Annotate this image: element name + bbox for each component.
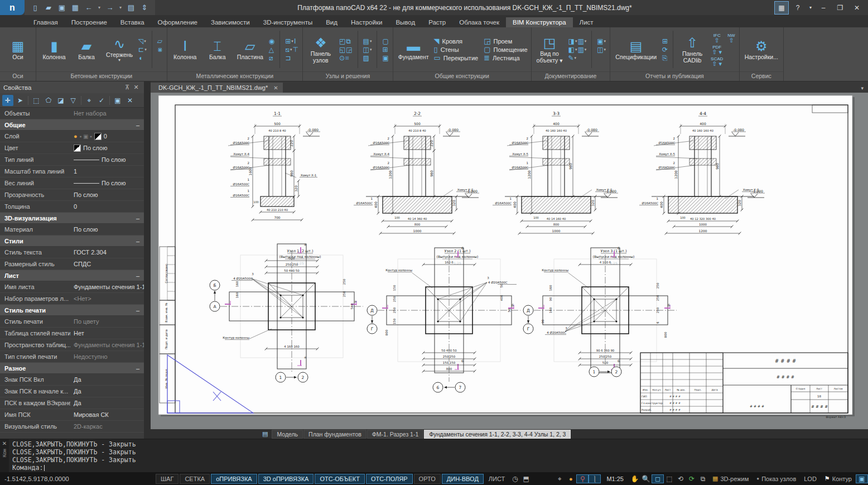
ribbon-list-item-Помещение[interactable]: ▢Помещение: [484, 45, 527, 54]
export-chip-NW[interactable]: NW⇧: [727, 32, 735, 44]
property-value[interactable]: СПДС: [70, 261, 144, 267]
export-chip-PDF[interactable]: PDF⇧ ▾: [710, 44, 724, 55]
help-menu-icon[interactable]: ▾: [807, 2, 814, 14]
status-toggle-СЕТКА[interactable]: СЕТКА: [180, 474, 210, 484]
drawing-svg[interactable]: СогласованоВзам. инв. №Подп. и датаИнв. …: [151, 93, 868, 420]
menu-tab-Облака точек[interactable]: Облака точек: [452, 17, 506, 27]
ribbon-small-button[interactable]: ▨: [363, 54, 373, 62]
profile-corner-icon[interactable]: ◹: [138, 37, 143, 45]
annotation-scale-sync-icon[interactable]: ⚲: [576, 474, 589, 483]
dropdown-arrow-icon[interactable]: ▾: [575, 47, 577, 52]
document-tab[interactable]: DK-GCH_КЖ_-1_П_ТТ_NBIMS21.dwg* ✕: [151, 83, 283, 93]
ribbon-small-button[interactable]: ▤▾: [363, 37, 373, 45]
pan-hand-icon[interactable]: ✋: [629, 475, 640, 483]
redo-icon[interactable]: →: [105, 3, 115, 13]
property-value[interactable]: По слою: [70, 180, 144, 186]
i-profile-icon[interactable]: Ⅰ: [294, 37, 296, 45]
ribbon-small-button[interactable]: ◖: [138, 54, 147, 62]
new-file-icon[interactable]: ▯: [30, 3, 40, 13]
property-value[interactable]: 2D-каркас: [70, 423, 144, 430]
export-chip-SCAD[interactable]: SCAD⇧ ▾: [710, 56, 724, 67]
customize-icon[interactable]: ⇕: [139, 3, 150, 13]
refresh-report-icon[interactable]: ⟳: [662, 46, 668, 54]
ribbon-list-item-Перекрытие[interactable]: ▭Перекрытие: [433, 54, 478, 62]
property-value[interactable]: 0: [70, 203, 144, 210]
bolt-icon[interactable]: ◉: [269, 37, 274, 45]
status-toggle-ОТС-ПОЛЯР[interactable]: ОТС-ПОЛЯР: [366, 474, 413, 484]
ribbon-list-item-Кровля[interactable]: ◥Кровля: [433, 37, 478, 45]
ribbon-small-button[interactable]: ▱: [157, 37, 163, 45]
menu-tab-BIM Конструктора[interactable]: BIM Конструктора: [506, 17, 573, 27]
ribbon-small-button[interactable]: ⊙⌗: [339, 54, 353, 62]
ribbon-small-button[interactable]: ⊞▾Ⅰ: [284, 37, 299, 45]
annotation-monitor-icon[interactable]: ◷: [509, 475, 520, 483]
doc-view-icon[interactable]: ◨: [568, 37, 575, 45]
sheet-mode-label[interactable]: ЛИСТ: [484, 474, 509, 483]
sheet-note-icon[interactable]: ▨: [363, 54, 369, 62]
ribbon-small-button[interactable]: ⧄: [268, 54, 275, 62]
ribbon-small-button[interactable]: ⊐: [284, 54, 299, 62]
command-prompt[interactable]: Команда:: [12, 464, 865, 472]
menu-tab-Настройки[interactable]: Настройки: [344, 17, 389, 27]
filter-icon[interactable]: ▽: [67, 95, 79, 106]
brace-icon[interactable]: ⧄: [269, 54, 273, 62]
ribbon-list-item-Проем[interactable]: ◲Проем: [484, 37, 527, 45]
copy-view-icon[interactable]: ⧉: [697, 475, 708, 483]
mark-icon[interactable]: ▥: [577, 37, 584, 45]
ribbon-small-button[interactable]: ⊞: [662, 37, 668, 45]
property-value[interactable]: По слою: [70, 226, 144, 233]
ribbon-button-Балка[interactable]: ⌶Балка: [203, 39, 232, 61]
status-toggle-оПРИВЯЗКА[interactable]: оПРИВЯЗКА: [211, 474, 257, 484]
ribbon-small-button[interactable]: ◨▾▥▾: [568, 37, 587, 45]
property-value[interactable]: По слою: [70, 145, 144, 152]
menu-tab-Зависимости[interactable]: Зависимости: [204, 17, 257, 27]
close-panel-icon[interactable]: ✕: [132, 84, 141, 91]
menu-tab-Построение[interactable]: Построение: [65, 17, 114, 27]
property-value[interactable]: Да: [70, 388, 144, 395]
ribbon-button-Настройки...[interactable]: ⚙Настройки...: [743, 39, 780, 61]
layout-tab-Фундаменты с[interactable]: Фундаменты сечения 1-1, 2-2, 3-3, 4-4 Уз…: [424, 430, 571, 439]
ribbon-small-button[interactable]: ◫▾: [363, 46, 373, 54]
collapse-icon[interactable]: –: [136, 307, 144, 314]
ribbon-button-Пластина[interactable]: ▱Пластина: [235, 39, 265, 61]
property-value[interactable]: Да: [70, 400, 144, 406]
menu-tab-Вывод[interactable]: Вывод: [389, 17, 422, 27]
property-value[interactable]: ●▪ ▣ ▪0: [70, 133, 144, 140]
status-mode-Контур[interactable]: ⚑Контур: [821, 475, 856, 482]
ribbon-small-button[interactable]: △: [268, 46, 275, 54]
ribbon-small-button[interactable]: ⟳: [662, 46, 668, 54]
weld-icon[interactable]: △: [269, 46, 274, 54]
layout-tab-План фундаме[interactable]: План фундаментов: [303, 430, 367, 439]
status-mode-3D-режим[interactable]: ▦3D-режим: [708, 475, 753, 482]
reinforcement-icon[interactable]: ⋇: [157, 46, 163, 54]
redo-menu-icon[interactable]: ▾: [118, 3, 123, 13]
link-report-icon[interactable]: ⎘: [662, 54, 668, 62]
view-label-icon[interactable]: ▣: [597, 37, 603, 45]
layout-tab-Модель[interactable]: Модель: [272, 430, 303, 439]
selection-cycling-icon[interactable]: ⌖: [554, 475, 565, 483]
nanocad-logo-icon[interactable]: n: [0, 0, 25, 15]
diagonal-icon[interactable]: ⧅: [285, 46, 290, 54]
property-value[interactable]: Фундаменты сечения 1-1...: [70, 284, 144, 290]
print-icon[interactable]: ▤: [126, 3, 136, 13]
command-history[interactable]: CLOSE,ЗАКРЫТЬ,ПОКИНУТЬ - ЗакрытьCLOSE,ЗА…: [9, 439, 868, 473]
screen-mode-icon[interactable]: ▣: [856, 474, 868, 483]
ribbon-button-Оси[interactable]: ▦Оси: [3, 39, 32, 61]
marquee-icon[interactable]: ⬚: [31, 95, 42, 106]
status-toggle-ОТС-ОБЪЕКТ[interactable]: ОТС-ОБЪЕКТ: [315, 474, 364, 484]
restore-button[interactable]: ❐: [832, 2, 848, 14]
dropdown-arrow-icon[interactable]: ▾: [575, 56, 577, 60]
open-folder-icon[interactable]: ▰: [44, 3, 54, 13]
t-profile-icon[interactable]: ⊤: [292, 46, 298, 54]
properties-section-Разное[interactable]: Разное–: [0, 363, 144, 374]
undo-menu-icon[interactable]: ▾: [97, 3, 102, 13]
help-button[interactable]: ?: [790, 2, 806, 14]
property-value[interactable]: По цвету: [70, 318, 144, 325]
collapse-icon[interactable]: –: [136, 122, 144, 128]
document-tab-close-icon[interactable]: ✕: [273, 85, 278, 91]
save-all-icon[interactable]: ▦: [70, 3, 80, 13]
dropdown-arrow-icon[interactable]: ▾: [144, 39, 146, 44]
layout-list-icon[interactable]: ▤: [262, 430, 268, 438]
dropdown-arrow-icon[interactable]: ▾: [585, 47, 587, 52]
channel-icon[interactable]: ⊐: [285, 54, 291, 62]
